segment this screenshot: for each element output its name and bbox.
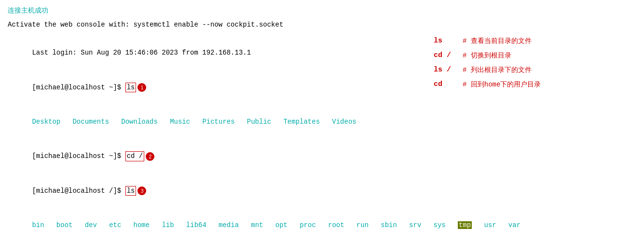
activate-line: Activate the web console with: systemctl… — [8, 19, 424, 31]
comment-line3: ls / # 列出根目录下的文件 — [434, 63, 636, 77]
comment-text1: # 查看当前目录的文件 — [463, 34, 532, 48]
boot1: boot — [56, 221, 73, 229]
run1: run — [356, 221, 369, 229]
comment-cmd4: cd — [434, 77, 463, 92]
cmd3-box: ls — [125, 186, 137, 196]
sbin1: sbin — [381, 221, 397, 229]
comment-cmd1: ls — [434, 34, 463, 48]
downloads-label: Downloads — [121, 118, 158, 126]
num1-badge: 1 — [137, 83, 146, 92]
public-label: Public — [247, 118, 271, 126]
comment-line1: ls # 查看当前目录的文件 — [434, 34, 636, 48]
bin1: bin — [32, 221, 44, 229]
comment-text3: # 列出根目录下的文件 — [463, 63, 532, 77]
opt1: opt — [275, 221, 288, 229]
cmd3-line: [michael@localhost /]$ ls3 — [8, 174, 424, 208]
mnt1: mnt — [251, 221, 263, 229]
dev1: dev — [85, 221, 97, 229]
prompt2: [michael@localhost ~]$ — [32, 152, 125, 160]
documents-label: Documents — [72, 118, 109, 126]
num2-badge: 2 — [146, 152, 154, 161]
ls-root-result1: bin boot dev etc home lib lib64 media mn… — [8, 208, 424, 243]
activate-text: Activate the web console with: systemctl… — [8, 21, 283, 29]
num3-badge: 3 — [137, 186, 146, 195]
comment-text2: # 切换到根目录 — [463, 49, 511, 62]
comment-cmd3: ls / — [434, 63, 463, 77]
cmd2-line: [michael@localhost ~]$ cd /2 — [8, 140, 424, 174]
srv1: srv — [409, 221, 421, 229]
connect-success-text: 连接主机成功 — [8, 7, 48, 14]
last-login-text: Last login: Sun Aug 20 15:46:06 2023 fro… — [32, 49, 251, 57]
root1: root — [328, 221, 344, 229]
lib1: lib — [162, 221, 174, 229]
connect-success-line: 连接主机成功 — [8, 5, 424, 17]
etc1: etc — [109, 221, 121, 229]
cmd2-box: cd / — [125, 151, 145, 161]
prompt3: [michael@localhost /]$ — [32, 187, 125, 195]
prompt1: [michael@localhost ~]$ — [32, 84, 125, 91]
comment-line2: cd / # 切换到根目录 — [434, 48, 636, 63]
comment-cmd2: cd / — [434, 48, 463, 63]
terminal-left: 连接主机成功 Activate the web console with: sy… — [8, 5, 424, 243]
home1: home — [134, 221, 150, 229]
lib641: lib64 — [186, 221, 206, 229]
comment-panel: ls # 查看当前目录的文件 cd / # 切换到根目录 ls / # 列出根目… — [434, 5, 636, 243]
last-login-line: Last login: Sun Aug 20 15:46:06 2023 fro… — [8, 36, 424, 70]
proc1: proc — [300, 221, 316, 229]
comment-text4: # 回到home下的用户目录 — [463, 78, 541, 91]
music-label: Music — [170, 118, 190, 126]
templates-label: Templates — [283, 118, 320, 126]
comment-line4: cd # 回到home下的用户目录 — [434, 77, 636, 92]
media1: media — [219, 221, 239, 229]
pictures-label: Pictures — [202, 118, 234, 126]
desktop-label: Desktop — [32, 118, 60, 126]
cmd1-line: [michael@localhost ~]$ ls1 — [8, 71, 424, 105]
ls-home-result1: Desktop Documents Downloads Music Pictur… — [8, 105, 424, 139]
videos-label: Videos — [332, 118, 356, 126]
cmd1-box: ls — [125, 83, 137, 92]
